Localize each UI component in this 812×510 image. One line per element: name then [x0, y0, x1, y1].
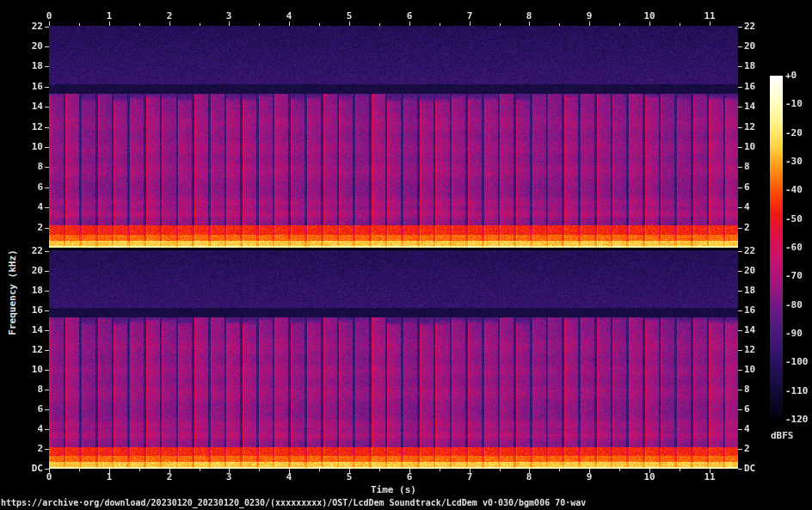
freq-tick: [738, 66, 742, 67]
freq-tick: [738, 370, 742, 371]
freq-tick-label: 10: [744, 142, 755, 152]
freq-tick: [738, 449, 742, 450]
time-minor-tick: [319, 469, 320, 471]
freq-tick-label: 8: [0, 384, 43, 395]
freq-tick-label: 6: [744, 404, 750, 415]
freq-tick: [738, 390, 742, 390]
freq-tick-label: 2: [744, 444, 750, 454]
time-tick-label: 1: [107, 11, 113, 22]
freq-tick-label: DC: [0, 464, 43, 474]
time-tick-label: 1: [107, 472, 113, 482]
freq-tick: [738, 167, 742, 168]
time-axis-label: Time (s): [49, 484, 738, 495]
freq-tick: [738, 207, 742, 208]
colorbar-tick-label: +0: [785, 71, 797, 81]
freq-tick-label: 10: [744, 365, 755, 375]
freq-tick-label: DC: [744, 464, 755, 474]
time-tick-label: 7: [467, 11, 473, 22]
time-tick: [289, 469, 290, 473]
time-minor-tick: [379, 469, 380, 471]
freq-tick-label: 6: [0, 182, 43, 193]
colorbar-tick-label: -70: [785, 271, 803, 281]
time-tick: [649, 469, 650, 473]
freq-tick: [45, 469, 49, 470]
freq-tick-label: 2: [0, 223, 43, 233]
time-tick: [349, 469, 350, 473]
freq-tick: [738, 469, 742, 470]
colorbar-unit-label: dBFS: [771, 430, 794, 441]
freq-tick-label: 18: [744, 61, 755, 71]
freq-tick: [738, 251, 742, 252]
colorbar-tick-label: -40: [785, 185, 803, 195]
freq-tick-label: 6: [0, 404, 43, 415]
time-tick: [470, 469, 471, 473]
freq-tick: [738, 46, 742, 47]
freq-tick-label: 4: [0, 424, 43, 434]
time-tick: [169, 469, 170, 473]
freq-tick-label: 16: [0, 82, 43, 92]
freq-tick: [738, 147, 742, 148]
time-tick-label: 5: [347, 472, 353, 482]
time-tick-label: 10: [643, 11, 655, 22]
time-tick: [49, 469, 50, 473]
time-minor-tick: [139, 469, 140, 471]
freq-tick-label: 22: [0, 22, 43, 32]
freq-tick-label: 16: [744, 305, 755, 316]
spectrogram-channel-1: [49, 26, 738, 248]
time-tick-label: 0: [46, 472, 52, 482]
freq-tick: [738, 107, 742, 108]
time-minor-tick: [500, 469, 501, 471]
freq-tick-label: 8: [0, 162, 43, 172]
time-tick-label: 6: [407, 11, 413, 22]
time-tick-label: 6: [407, 472, 413, 482]
colorbar-tick-label: -30: [785, 157, 803, 167]
freq-tick-label: 4: [744, 424, 750, 434]
time-tick: [409, 469, 410, 473]
freq-tick-label: 22: [744, 22, 755, 32]
freq-tick-label: 14: [744, 101, 755, 112]
freq-tick-label: 10: [0, 365, 43, 375]
time-tick: [589, 469, 590, 473]
freq-tick-label: 6: [744, 182, 750, 193]
freq-tick-label: 20: [744, 41, 755, 52]
freq-tick-label: 22: [744, 246, 755, 256]
freq-tick: [738, 350, 742, 351]
freq-tick-label: 16: [744, 82, 755, 92]
time-minor-tick: [259, 469, 260, 471]
freq-tick-label: 4: [744, 202, 750, 212]
freq-tick: [738, 127, 742, 128]
time-tick: [229, 469, 230, 473]
time-tick-label: 8: [526, 11, 532, 22]
colorbar-tick-label: -120: [785, 415, 809, 425]
freq-tick-label: 18: [744, 286, 755, 296]
time-tick: [529, 469, 530, 473]
colorbar-tick-label: -60: [785, 243, 803, 253]
time-minor-tick: [440, 469, 440, 471]
time-tick-label: 2: [167, 11, 173, 22]
freq-tick: [738, 330, 742, 331]
freq-tick: [738, 187, 742, 188]
spectrogram-window: Frequency (kHz) 01234567891011 012345678…: [0, 0, 812, 510]
freq-tick: [738, 271, 742, 272]
colorbar: [770, 76, 783, 420]
time-minor-tick: [79, 469, 80, 471]
time-minor-tick: [559, 469, 560, 471]
time-tick-label: 0: [46, 11, 52, 22]
freq-tick-label: 14: [0, 101, 43, 112]
colorbar-tick-label: -80: [785, 300, 803, 310]
colorbar-tick-label: -10: [785, 99, 803, 109]
colorbar-tick-label: -110: [785, 386, 809, 396]
colorbar-tick-label: -100: [785, 357, 809, 367]
time-tick-label: 4: [286, 11, 292, 22]
time-tick-label: 9: [587, 472, 593, 482]
freq-tick-label: 12: [0, 345, 43, 355]
freq-tick: [738, 409, 742, 410]
freq-tick-label: 20: [0, 41, 43, 52]
freq-tick-label: 2: [0, 444, 43, 454]
freq-tick: [738, 87, 742, 88]
freq-tick-label: 8: [744, 384, 750, 395]
frequency-axis-label: Frequency (kHz): [7, 249, 18, 335]
freq-tick-label: 4: [0, 202, 43, 212]
time-tick-label: 9: [587, 11, 593, 22]
spectrogram-channel-2: [49, 250, 738, 469]
